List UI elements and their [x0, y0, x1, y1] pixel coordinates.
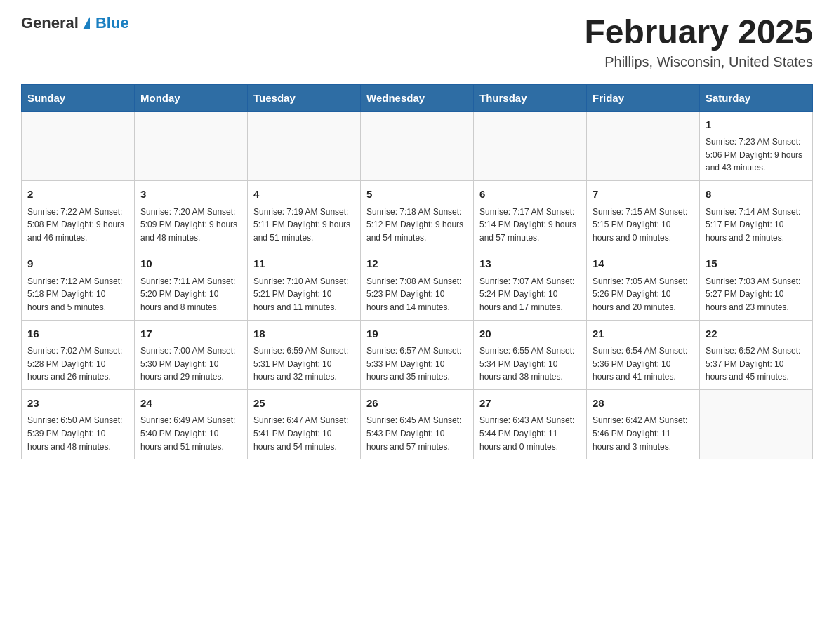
day-number: 5	[366, 187, 468, 203]
day-info: Sunrise: 6:54 AM Sunset: 5:36 PM Dayligh…	[593, 344, 694, 384]
title-block: February 2025 Phillips, Wisconsin, Unite…	[584, 14, 813, 70]
day-info: Sunrise: 6:57 AM Sunset: 5:33 PM Dayligh…	[366, 344, 468, 384]
day-number: 27	[479, 396, 581, 412]
day-number: 19	[366, 326, 468, 342]
day-info: Sunrise: 7:18 AM Sunset: 5:12 PM Dayligh…	[366, 206, 468, 245]
calendar-body: 1Sunrise: 7:23 AM Sunset: 5:06 PM Daylig…	[22, 111, 813, 459]
day-info: Sunrise: 7:23 AM Sunset: 5:06 PM Dayligh…	[706, 135, 807, 175]
day-info: Sunrise: 6:43 AM Sunset: 5:44 PM Dayligh…	[479, 414, 581, 453]
day-number: 10	[140, 256, 241, 272]
calendar-cell: 23Sunrise: 6:50 AM Sunset: 5:39 PM Dayli…	[22, 389, 135, 459]
calendar-cell: 15Sunrise: 7:03 AM Sunset: 5:27 PM Dayli…	[700, 250, 813, 320]
weekday-header-wednesday: Wednesday	[361, 84, 474, 111]
calendar-cell: 7Sunrise: 7:15 AM Sunset: 5:15 PM Daylig…	[587, 181, 700, 250]
day-info: Sunrise: 7:05 AM Sunset: 5:26 PM Dayligh…	[593, 275, 694, 314]
calendar-cell	[700, 389, 813, 459]
weekday-header-tuesday: Tuesday	[248, 84, 361, 111]
day-info: Sunrise: 7:11 AM Sunset: 5:20 PM Dayligh…	[140, 275, 241, 314]
day-info: Sunrise: 6:55 AM Sunset: 5:34 PM Dayligh…	[479, 344, 581, 384]
weekday-header-sunday: Sunday	[22, 84, 135, 111]
day-info: Sunrise: 7:10 AM Sunset: 5:21 PM Dayligh…	[253, 275, 355, 314]
calendar-cell: 13Sunrise: 7:07 AM Sunset: 5:24 PM Dayli…	[474, 250, 587, 320]
week-row-5: 23Sunrise: 6:50 AM Sunset: 5:39 PM Dayli…	[22, 389, 813, 459]
day-number: 2	[27, 187, 128, 203]
day-number: 13	[479, 256, 581, 272]
day-info: Sunrise: 6:47 AM Sunset: 5:41 PM Dayligh…	[253, 414, 355, 453]
day-number: 22	[706, 326, 807, 342]
calendar-cell: 26Sunrise: 6:45 AM Sunset: 5:43 PM Dayli…	[361, 389, 474, 459]
calendar-cell: 11Sunrise: 7:10 AM Sunset: 5:21 PM Dayli…	[248, 250, 361, 320]
calendar-cell: 2Sunrise: 7:22 AM Sunset: 5:08 PM Daylig…	[22, 181, 135, 250]
calendar-cell: 16Sunrise: 7:02 AM Sunset: 5:28 PM Dayli…	[22, 320, 135, 389]
week-row-3: 9Sunrise: 7:12 AM Sunset: 5:18 PM Daylig…	[22, 250, 813, 320]
calendar-cell: 9Sunrise: 7:12 AM Sunset: 5:18 PM Daylig…	[22, 250, 135, 320]
day-number: 24	[140, 396, 241, 412]
day-info: Sunrise: 7:02 AM Sunset: 5:28 PM Dayligh…	[27, 344, 128, 384]
calendar-cell: 19Sunrise: 6:57 AM Sunset: 5:33 PM Dayli…	[361, 320, 474, 389]
day-info: Sunrise: 6:52 AM Sunset: 5:37 PM Dayligh…	[706, 344, 807, 384]
calendar-cell: 4Sunrise: 7:19 AM Sunset: 5:11 PM Daylig…	[248, 181, 361, 250]
day-info: Sunrise: 7:20 AM Sunset: 5:09 PM Dayligh…	[140, 206, 241, 245]
day-number: 6	[479, 187, 581, 203]
logo-general: General	[21, 14, 79, 32]
weekday-header-friday: Friday	[587, 84, 700, 111]
day-number: 14	[593, 256, 694, 272]
calendar-cell: 27Sunrise: 6:43 AM Sunset: 5:44 PM Dayli…	[474, 389, 587, 459]
calendar-cell: 8Sunrise: 7:14 AM Sunset: 5:17 PM Daylig…	[700, 181, 813, 250]
calendar-cell: 20Sunrise: 6:55 AM Sunset: 5:34 PM Dayli…	[474, 320, 587, 389]
calendar-cell: 3Sunrise: 7:20 AM Sunset: 5:09 PM Daylig…	[135, 181, 248, 250]
page-header: General Blue February 2025 Phillips, Wis…	[21, 14, 813, 70]
calendar-cell: 1Sunrise: 7:23 AM Sunset: 5:06 PM Daylig…	[700, 111, 813, 180]
day-number: 9	[27, 256, 128, 272]
calendar-cell: 18Sunrise: 6:59 AM Sunset: 5:31 PM Dayli…	[248, 320, 361, 389]
day-info: Sunrise: 7:14 AM Sunset: 5:17 PM Dayligh…	[706, 206, 807, 245]
day-info: Sunrise: 6:59 AM Sunset: 5:31 PM Dayligh…	[253, 344, 355, 384]
day-info: Sunrise: 6:42 AM Sunset: 5:46 PM Dayligh…	[593, 414, 694, 453]
calendar-cell: 22Sunrise: 6:52 AM Sunset: 5:37 PM Dayli…	[700, 320, 813, 389]
day-number: 11	[253, 256, 355, 272]
calendar-cell	[248, 111, 361, 180]
calendar-cell: 14Sunrise: 7:05 AM Sunset: 5:26 PM Dayli…	[587, 250, 700, 320]
day-number: 25	[253, 396, 355, 412]
day-info: Sunrise: 7:07 AM Sunset: 5:24 PM Dayligh…	[479, 275, 581, 314]
day-info: Sunrise: 7:17 AM Sunset: 5:14 PM Dayligh…	[479, 206, 581, 245]
calendar-table: SundayMondayTuesdayWednesdayThursdayFrid…	[21, 84, 813, 459]
calendar-cell: 12Sunrise: 7:08 AM Sunset: 5:23 PM Dayli…	[361, 250, 474, 320]
calendar-cell: 21Sunrise: 6:54 AM Sunset: 5:36 PM Dayli…	[587, 320, 700, 389]
logo: General Blue	[21, 14, 129, 32]
day-number: 7	[593, 187, 694, 203]
calendar-cell: 17Sunrise: 7:00 AM Sunset: 5:30 PM Dayli…	[135, 320, 248, 389]
weekday-header-thursday: Thursday	[474, 84, 587, 111]
calendar-cell	[22, 111, 135, 180]
weekday-header-monday: Monday	[135, 84, 248, 111]
calendar-title: February 2025	[584, 14, 813, 51]
day-number: 28	[593, 396, 694, 412]
day-info: Sunrise: 7:15 AM Sunset: 5:15 PM Dayligh…	[593, 206, 694, 245]
week-row-1: 1Sunrise: 7:23 AM Sunset: 5:06 PM Daylig…	[22, 111, 813, 180]
day-info: Sunrise: 6:49 AM Sunset: 5:40 PM Dayligh…	[140, 414, 241, 453]
day-info: Sunrise: 6:50 AM Sunset: 5:39 PM Dayligh…	[27, 414, 128, 453]
calendar-subtitle: Phillips, Wisconsin, United States	[584, 54, 813, 70]
day-number: 23	[27, 396, 128, 412]
day-number: 18	[253, 326, 355, 342]
day-info: Sunrise: 7:00 AM Sunset: 5:30 PM Dayligh…	[140, 344, 241, 384]
day-info: Sunrise: 7:03 AM Sunset: 5:27 PM Dayligh…	[706, 275, 807, 314]
day-number: 20	[479, 326, 581, 342]
day-number: 17	[140, 326, 241, 342]
logo-blue: Blue	[95, 14, 129, 32]
calendar-cell: 24Sunrise: 6:49 AM Sunset: 5:40 PM Dayli…	[135, 389, 248, 459]
day-info: Sunrise: 7:19 AM Sunset: 5:11 PM Dayligh…	[253, 206, 355, 245]
calendar-cell	[474, 111, 587, 180]
weekday-header-saturday: Saturday	[700, 84, 813, 111]
day-number: 26	[366, 396, 468, 412]
weekday-header-row: SundayMondayTuesdayWednesdayThursdayFrid…	[22, 84, 813, 111]
day-number: 8	[706, 187, 807, 203]
day-info: Sunrise: 7:12 AM Sunset: 5:18 PM Dayligh…	[27, 275, 128, 314]
day-number: 21	[593, 326, 694, 342]
day-number: 16	[27, 326, 128, 342]
day-number: 3	[140, 187, 241, 203]
logo-icon	[83, 17, 90, 29]
day-number: 15	[706, 256, 807, 272]
day-info: Sunrise: 7:22 AM Sunset: 5:08 PM Dayligh…	[27, 206, 128, 245]
day-number: 4	[253, 187, 355, 203]
